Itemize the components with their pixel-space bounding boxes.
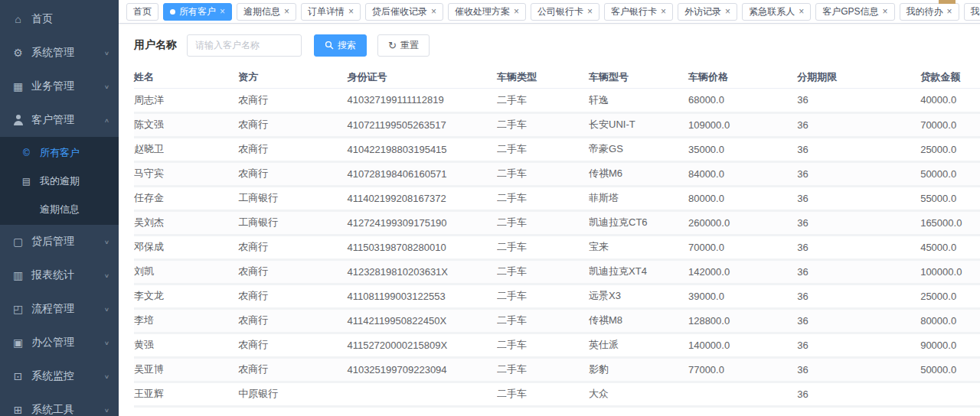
- tab-close-icon[interactable]: ×: [882, 7, 887, 16]
- table-cell: 大众: [589, 382, 688, 406]
- sidebar-item-label: 办公管理: [31, 336, 74, 349]
- tab-close-icon[interactable]: ×: [348, 7, 354, 16]
- table-cell: 任存金: [134, 186, 238, 210]
- search-bar: 用户名称 搜索 ↻ 重置: [134, 34, 980, 57]
- table-row: 陈文强农商行410721199505263517二手车长安UNI-T109000…: [134, 112, 980, 137]
- tab-label: 贷后催收记录: [372, 5, 427, 18]
- submenu-customer-mgmt: ©所有客户▤我的逾期逾期信息: [0, 137, 119, 225]
- sidebar-subitem-all-customers[interactable]: ©所有客户: [0, 138, 119, 167]
- table-cell: 412724199309175190: [347, 210, 497, 235]
- table-cell: 二手车: [497, 161, 589, 186]
- table-cell: 菲斯塔: [589, 186, 688, 210]
- sidebar-item-postloan-mgmt[interactable]: ▢贷后管理∨: [0, 225, 119, 258]
- chevron-down-icon: ∨: [104, 83, 109, 89]
- sidebar-item-system-mgmt[interactable]: ⚙系统管理∨: [0, 36, 119, 70]
- tab-overdue-info[interactable]: 逾期信息×: [237, 3, 296, 21]
- table-cell: 马守宾: [134, 161, 238, 186]
- table-cell: 王亚辉: [134, 382, 238, 406]
- table-cell: 凯迪拉克CT6: [589, 210, 688, 235]
- customer-name-input[interactable]: [187, 34, 302, 57]
- table-cell: 411503198708280010: [347, 235, 497, 259]
- table-cell: 70000.0: [688, 235, 797, 259]
- sidebar: ⌂首页⚙系统管理∨▦业务管理∨客户管理∧©所有客户▤我的逾期逾期信息▢贷后管理∨…: [0, 0, 119, 416]
- table-cell: 410422198803195415: [347, 137, 497, 161]
- chart-icon: ▥: [11, 269, 24, 281]
- tab-bar: 首页所有客户×逾期信息×订单详情×贷后催收记录×催收处理方案×公司银行卡×客户银…: [119, 0, 980, 24]
- sidebar-subitem-overdue-info[interactable]: 逾期信息: [0, 195, 119, 223]
- tab-close-icon[interactable]: ×: [587, 7, 593, 16]
- tab-customer-gps[interactable]: 客户GPS信息×: [815, 3, 894, 21]
- table-cell: 周志洋: [134, 88, 238, 112]
- sidebar-item-label: 系统工具: [31, 403, 74, 416]
- table-cell: 吴亚博: [134, 357, 238, 382]
- tab-my-todo[interactable]: 我的待办×: [900, 3, 959, 21]
- tab-close-icon[interactable]: ×: [947, 7, 952, 16]
- table-cell: 陈文强: [134, 112, 238, 137]
- tab-close-icon[interactable]: ×: [514, 7, 519, 16]
- tab-emergency-contacts[interactable]: 紧急联系人×: [742, 3, 811, 21]
- column-header: 身份证号: [347, 67, 497, 88]
- tab-close-icon[interactable]: ×: [284, 7, 289, 16]
- app: ⌂首页⚙系统管理∨▦业务管理∨客户管理∧©所有客户▤我的逾期逾期信息▢贷后管理∨…: [0, 0, 980, 416]
- tab-close-icon[interactable]: ×: [799, 7, 804, 16]
- tab-customer-bankcard[interactable]: 客户银行卡×: [604, 3, 673, 21]
- table-cell: 黄强: [134, 333, 238, 357]
- avatar-fragment: [939, 0, 956, 4]
- column-header: 贷款金额: [920, 67, 980, 88]
- table-cell: 36: [797, 88, 920, 112]
- reset-button-label: 重置: [400, 39, 419, 52]
- tab-visit-records[interactable]: 外访记录×: [678, 3, 737, 21]
- tab-home[interactable]: 首页: [126, 3, 158, 21]
- table-cell: 410327199111112819: [347, 88, 497, 112]
- customer-circle-icon: ©: [20, 148, 33, 158]
- table-cell: 128800.0: [688, 308, 797, 333]
- sidebar-item-business-mgmt[interactable]: ▦业务管理∨: [0, 70, 119, 103]
- table-cell: 90000.0: [920, 333, 980, 357]
- table-cell: 77000.0: [688, 357, 797, 382]
- sidebar-item-label: 流程管理: [31, 302, 74, 316]
- tab-all-customers[interactable]: 所有客户×: [163, 3, 232, 21]
- tab-my-process[interactable]: 我的流程×: [964, 3, 980, 21]
- table-cell: 80000.0: [688, 186, 797, 210]
- table-cell: 二手车: [497, 382, 589, 406]
- tab-close-icon[interactable]: ×: [661, 7, 666, 16]
- table-cell: 40000.0: [920, 88, 980, 112]
- column-header: 车辆价格: [688, 67, 797, 88]
- sidebar-item-office-mgmt[interactable]: ▣办公管理∨: [0, 326, 119, 359]
- chevron-down-icon: ∨: [104, 272, 109, 278]
- sidebar-item-system-monitor[interactable]: ⊡系统监控∨: [0, 359, 119, 393]
- sidebar-item-system-tools[interactable]: ⊞系统工具∨: [0, 393, 119, 416]
- active-tab-dot: [170, 9, 175, 15]
- tab-collection-records[interactable]: 贷后催收记录×: [365, 3, 443, 21]
- table-cell: 二手车: [497, 186, 589, 210]
- home-icon: ⌂: [11, 13, 24, 25]
- tab-close-icon[interactable]: ×: [220, 7, 225, 16]
- reset-button[interactable]: ↻ 重置: [377, 34, 430, 57]
- table-row: 马守宾农商行410728198406160571二手车传祺M684000.036…: [134, 161, 980, 186]
- table-cell: 宝来: [589, 235, 688, 259]
- sidebar-subitem-my-overdue[interactable]: ▤我的逾期: [0, 167, 119, 195]
- sidebar-item-report-stats[interactable]: ▥报表统计∨: [0, 258, 119, 292]
- tab-close-icon[interactable]: ×: [725, 7, 730, 16]
- search-button[interactable]: 搜索: [314, 34, 367, 57]
- table-cell: 工商银行: [238, 186, 347, 210]
- user-icon: [11, 115, 24, 125]
- chevron-up-icon: ∧: [104, 117, 109, 123]
- sidebar-item-process-mgmt[interactable]: ◰流程管理∨: [0, 292, 119, 326]
- table-cell: 远景X3: [589, 284, 688, 308]
- main-area: 首页所有客户×逾期信息×订单详情×贷后催收记录×催收处理方案×公司银行卡×客户银…: [119, 0, 980, 416]
- table-cell: 二手车: [497, 137, 589, 161]
- sidebar-item-label: 贷后管理: [31, 235, 74, 249]
- tab-order-detail[interactable]: 订单详情×: [301, 3, 361, 21]
- table-cell: 二手车: [497, 88, 589, 112]
- table-cell: 二手车: [497, 284, 589, 308]
- tab-collection-plan[interactable]: 催收处理方案×: [448, 3, 526, 21]
- table-cell: 二手车: [497, 112, 589, 137]
- tab-company-bankcard[interactable]: 公司银行卡×: [531, 3, 599, 21]
- sidebar-item-home[interactable]: ⌂首页: [0, 2, 119, 36]
- table-cell: 农商行: [238, 308, 347, 333]
- tab-close-icon[interactable]: ×: [431, 7, 436, 16]
- sidebar-item-customer-mgmt[interactable]: 客户管理∧: [0, 103, 119, 137]
- table-cell: 传祺M6: [589, 161, 688, 186]
- person-glyph: [13, 115, 24, 125]
